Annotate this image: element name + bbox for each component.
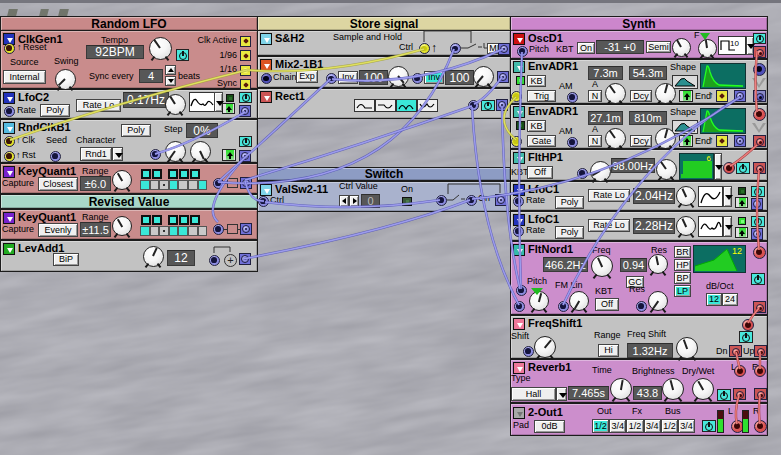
svg-text:10: 10	[730, 39, 739, 48]
